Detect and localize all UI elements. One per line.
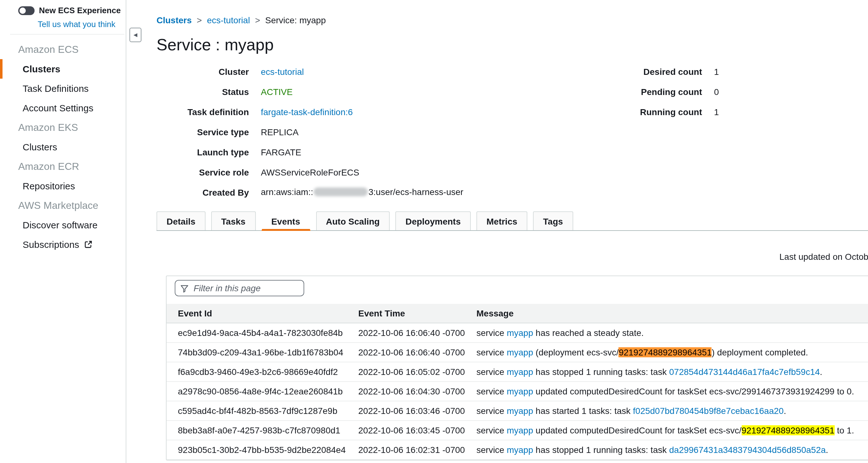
sidebar-item-label: Repositories bbox=[23, 180, 75, 191]
detail-value: FARGATE bbox=[261, 147, 301, 157]
feedback-link[interactable]: Tell us what you think bbox=[38, 20, 126, 29]
detail-label: Launch type bbox=[156, 147, 249, 157]
message-text: service bbox=[476, 386, 506, 396]
filter-input[interactable] bbox=[192, 283, 299, 294]
message-text: has stopped 1 running tasks: task bbox=[533, 445, 670, 455]
detail-row-cluster: Clusterecs-tutorial bbox=[156, 62, 868, 82]
sidebar-item-label: Discover software bbox=[23, 220, 97, 230]
sidebar-item-clusters[interactable]: Clusters bbox=[0, 137, 126, 157]
breadcrumb-separator: > bbox=[255, 15, 260, 25]
sidebar-item-repositories[interactable]: Repositories bbox=[0, 176, 126, 196]
event-id-cell: ec9e1d94-9aca-45b4-a4a1-7823030fe84b bbox=[166, 328, 347, 338]
redacted-account-id bbox=[314, 187, 368, 196]
column-header-message[interactable]: Message bbox=[465, 308, 868, 318]
breadcrumb-item-clusters[interactable]: Clusters bbox=[156, 15, 192, 25]
tab-metrics[interactable]: Metrics bbox=[476, 211, 527, 230]
detail-value: arn:aws:iam::3:user/ecs-harness-user bbox=[261, 187, 463, 198]
inline-link[interactable]: da29967431a3483794304d56d850a52a bbox=[669, 445, 826, 455]
detail-value-text: REPLICA bbox=[261, 127, 299, 137]
sidebar-item-label: Subscriptions bbox=[23, 239, 79, 250]
detail-row-service-role: Service roleAWSServiceRoleForECS bbox=[156, 162, 868, 182]
service-details-left: Clusterecs-tutorialStatusACTIVETask defi… bbox=[156, 62, 868, 203]
detail-value: 1 bbox=[714, 67, 719, 77]
message-text: updated computedDesiredCount for taskSet… bbox=[533, 425, 742, 435]
message-text: service bbox=[476, 328, 506, 338]
detail-value-text[interactable]: fargate-task-definition:6 bbox=[261, 107, 353, 117]
detail-value: fargate-task-definition:6 bbox=[261, 107, 353, 117]
sidebar: New ECS Experience Tell us what you thin… bbox=[0, 0, 126, 463]
event-row: 923b05c1-30b2-47bb-b535-9d2be22084e42022… bbox=[166, 440, 868, 460]
event-row: 74bb3d09-c209-43a1-96be-1db1f6783b042022… bbox=[166, 343, 868, 363]
detail-row-pending-count: Pending count0 bbox=[608, 82, 719, 102]
detail-value: 0 bbox=[714, 87, 719, 97]
detail-value-text[interactable]: ecs-tutorial bbox=[261, 67, 304, 77]
event-time-cell: 2022-10-06 16:02:31 -0700 bbox=[347, 445, 465, 455]
message-text: has reached a steady state. bbox=[533, 328, 644, 338]
tab-details[interactable]: Details bbox=[156, 211, 206, 230]
detail-value-text: 1 bbox=[714, 107, 719, 117]
detail-value: AWSServiceRoleForECS bbox=[261, 167, 359, 177]
sidebar-item-clusters[interactable]: Clusters bbox=[0, 59, 126, 79]
detail-label: Desired count bbox=[608, 67, 702, 77]
detail-value: 1 bbox=[714, 107, 719, 117]
event-row: 8beb3a8f-a0e7-4257-983b-c7fc870980d12022… bbox=[166, 421, 868, 440]
filter-icon bbox=[180, 284, 189, 292]
event-id-cell: 8beb3a8f-a0e7-4257-983b-c7fc870980d1 bbox=[166, 425, 347, 435]
inline-link[interactable]: f025d07bd780454b9f8e7cebac16aa20 bbox=[633, 406, 784, 416]
tab-deployments[interactable]: Deployments bbox=[395, 211, 471, 230]
new-experience-toggle[interactable] bbox=[18, 6, 35, 15]
breadcrumb-item-ecs-tutorial[interactable]: ecs-tutorial bbox=[207, 15, 250, 25]
sidebar-item-account-settings[interactable]: Account Settings bbox=[0, 98, 126, 118]
sidebar-section-amazon-ecr: Amazon ECR bbox=[0, 157, 126, 176]
message-text: . bbox=[784, 406, 786, 416]
page-title: Service : myapp bbox=[156, 35, 868, 54]
service-details: Clusterecs-tutorialStatusACTIVETask defi… bbox=[156, 62, 868, 203]
detail-value-prefix: arn:aws:iam:: bbox=[261, 187, 313, 197]
column-header-event-time[interactable]: Event Time bbox=[347, 308, 465, 318]
inline-link[interactable]: myapp bbox=[506, 406, 533, 416]
sidebar-item-label: Task Definitions bbox=[23, 83, 89, 94]
sidebar-item-task-definitions[interactable]: Task Definitions bbox=[0, 79, 126, 98]
event-message-cell: service myapp has started 1 tasks: task … bbox=[465, 406, 868, 416]
detail-label: Running count bbox=[608, 107, 702, 117]
sidebar-item-discover-software[interactable]: Discover software bbox=[0, 215, 126, 235]
detail-row-created-by: Created Byarn:aws:iam::3:user/ecs-harnes… bbox=[156, 182, 868, 203]
inline-link[interactable]: myapp bbox=[506, 386, 533, 396]
message-text: (deployment ecs-svc/ bbox=[533, 347, 619, 357]
event-message-cell: service myapp has stopped 1 running task… bbox=[465, 367, 868, 377]
detail-value-text: ACTIVE bbox=[261, 87, 292, 97]
tab-events[interactable]: Events bbox=[261, 211, 310, 231]
inline-link[interactable]: myapp bbox=[506, 328, 533, 338]
filter-row bbox=[166, 276, 868, 304]
message-text: service bbox=[476, 367, 506, 377]
message-text: . bbox=[820, 367, 823, 377]
event-row: f6a9cdb3-9460-49e3-b2c6-98669e40fdf22022… bbox=[166, 363, 868, 382]
sidebar-nav: Amazon ECSClustersTask DefinitionsAccoun… bbox=[0, 35, 126, 254]
inline-link[interactable]: myapp bbox=[506, 445, 533, 455]
inline-link[interactable]: 072854d473144d46a17fa4c7efb59c14 bbox=[669, 367, 820, 377]
tab-tags[interactable]: Tags bbox=[533, 211, 573, 230]
tabs: DetailsTasksEventsAuto ScalingDeployment… bbox=[156, 211, 868, 231]
inline-link[interactable]: myapp bbox=[506, 367, 533, 377]
tab-auto-scaling[interactable]: Auto Scaling bbox=[316, 211, 390, 230]
sidebar-item-label: Clusters bbox=[23, 142, 57, 152]
last-updated-text: Last updated on Octob bbox=[779, 252, 868, 262]
filter-input-wrap[interactable] bbox=[175, 280, 304, 296]
detail-label: Service type bbox=[156, 127, 249, 137]
toggle-knob bbox=[20, 7, 26, 13]
column-header-event-id[interactable]: Event Id bbox=[166, 308, 347, 318]
detail-label: Created By bbox=[156, 187, 249, 198]
detail-value: ACTIVE bbox=[261, 87, 292, 97]
tab-tasks[interactable]: Tasks bbox=[211, 211, 255, 230]
sidebar-item-label: Clusters bbox=[23, 63, 60, 74]
main-content: Clusters>ecs-tutorial>Service: myapp Ser… bbox=[127, 0, 868, 463]
inline-link[interactable]: myapp bbox=[506, 347, 533, 357]
detail-value-text: 0 bbox=[714, 87, 719, 97]
event-message-cell: service myapp has stopped 1 running task… bbox=[465, 445, 868, 455]
detail-row-task-definition: Task definitionfargate-task-definition:6 bbox=[156, 102, 868, 122]
detail-value-text: FARGATE bbox=[261, 147, 301, 157]
inline-link[interactable]: myapp bbox=[506, 425, 533, 435]
sidebar-item-subscriptions[interactable]: Subscriptions bbox=[0, 235, 126, 254]
detail-label: Cluster bbox=[156, 67, 249, 77]
detail-value-text: AWSServiceRoleForECS bbox=[261, 167, 359, 177]
